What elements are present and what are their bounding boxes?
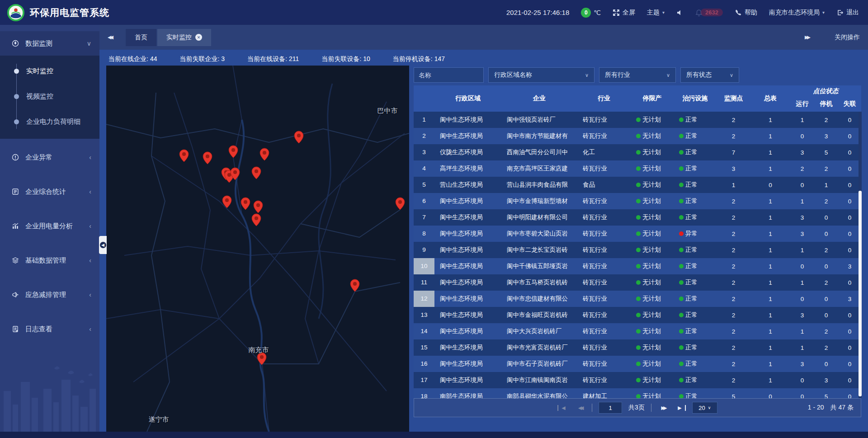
map-pin-icon[interactable] [230, 167, 240, 180]
table-row[interactable]: 10 阆中生态环境局 阆中千佛镇五郎垭页岩 砖瓦行业 无计划 正常 2 1 0 … [414, 258, 861, 274]
map-pin-icon[interactable] [251, 166, 261, 179]
cell-industry: 砖瓦行业 [577, 197, 631, 205]
map-pin-icon[interactable] [251, 213, 261, 226]
sidebar-item-base-data[interactable]: 基础数据管理 ‹ [0, 248, 99, 273]
table-row[interactable]: 13 阆中生态环境局 阆中市金福旺页岩机砖 砖瓦行业 无计划 正常 2 1 3 … [414, 307, 861, 323]
sidebar-item-data-monitor[interactable]: 数据监测 ∨ [0, 31, 99, 56]
close-operations-button[interactable]: 关闭操作 [835, 33, 860, 42]
table-row[interactable]: 18 南部生态环境局 南部县砌华水泥有限公 建材加工 无计划 正常 5 0 0 … [414, 388, 861, 398]
map-pin-icon[interactable] [395, 197, 405, 210]
fullscreen-button[interactable]: 全屏 [613, 9, 635, 17]
table-row[interactable]: 9 阆中生态环境局 阆中市二龙长宝页岩砖 砖瓦行业 无计划 正常 2 1 1 2… [414, 242, 861, 258]
workspace: 当前在线企业:44 当前失联企业:3 当前在线设备:211 当前失联设备:10 … [99, 50, 868, 432]
table-row[interactable]: 4 高坪生态环境局 南充市高坪区王家店建 砖瓦行业 无计划 正常 3 1 2 2… [414, 160, 861, 177]
cell-region: 仪陇生态环境局 [434, 148, 501, 156]
page-number-input[interactable] [599, 402, 622, 414]
cell-monitor-points: 2 [717, 133, 750, 140]
cell-running: 3 [790, 361, 814, 367]
map-pin-icon[interactable] [241, 197, 250, 210]
cell-pollution-facility: 正常 [674, 165, 717, 173]
tab-home[interactable]: 首页 [126, 29, 156, 46]
table-row[interactable]: 7 阆中生态环境局 阆中明阳建材有限公司 砖瓦行业 无计划 正常 2 1 3 0… [414, 209, 861, 226]
tab-close-icon[interactable]: ✕ [195, 34, 202, 41]
sidebar-item-emergency-reduction[interactable]: 应急减排管理 ‹ [0, 283, 99, 307]
logout-button[interactable]: 退出 [836, 9, 859, 17]
bottom-strip [0, 432, 868, 438]
map-pin-icon[interactable] [203, 151, 212, 165]
last-page-button[interactable]: ▶ [675, 405, 686, 411]
map-pin-icon[interactable] [253, 200, 263, 213]
cell-monitor-points: 2 [717, 117, 750, 123]
map-pin-icon[interactable] [259, 148, 269, 161]
page-size-select[interactable]: 20 ∨ [692, 402, 717, 414]
sidebar-collapse-handle[interactable]: ◀ [99, 236, 107, 254]
status-dot-icon [636, 280, 641, 285]
cell-offline: 0 [838, 117, 861, 123]
industry-filter-select[interactable]: 所有行业 ∨ [599, 67, 676, 83]
map-pin-icon[interactable] [228, 145, 238, 158]
chevron-down-icon: ∨ [666, 72, 670, 78]
sidebar-item-realtime-monitor[interactable]: 实时监控 [0, 58, 99, 84]
status-filter-select[interactable]: 所有状态 ∨ [680, 67, 739, 83]
cell-production-limit: 无计划 [631, 344, 674, 352]
prev-page-button[interactable]: ◀◀ [575, 405, 585, 411]
table-row[interactable]: 5 营山生态环境局 营山县润丰肉食品有限 食品 无计划 正常 1 0 0 1 0 [414, 177, 861, 193]
sidebar-item-enterprise-abnormal[interactable]: 企业异常 ‹ [0, 145, 99, 170]
sidebar-item-log-view[interactable]: 日志查看 ‹ [0, 317, 99, 341]
map-pin-icon[interactable] [222, 195, 232, 208]
row-number: 10 [414, 258, 434, 274]
table-row[interactable]: 15 阆中生态环境局 阆中市光富页岩机砖厂 砖瓦行业 无计划 正常 2 1 1 … [414, 339, 861, 356]
pagination-summary: 1 - 20 共 47 条 [808, 404, 854, 412]
tab-realtime-monitor[interactable]: 实时监控 ✕ [157, 29, 211, 46]
first-page-button[interactable]: ◀ [557, 405, 568, 411]
speaker-button[interactable] [676, 9, 684, 16]
notification-bell[interactable]: 2632 [695, 9, 723, 16]
cell-company: 阆中市金博瑞新型墙材 [501, 197, 577, 205]
region-filter-select[interactable]: 行政区域名称 ∨ [488, 67, 594, 83]
sidebar-item-video-monitor[interactable]: 视频监控 [0, 84, 99, 109]
cell-monitor-points: 2 [717, 214, 750, 221]
cell-stopped: 0 [814, 214, 838, 221]
table-row[interactable]: 14 阆中生态环境局 阆中大兴页岩机砖厂 砖瓦行业 无计划 正常 2 1 1 2… [414, 323, 861, 339]
cell-company: 阆中市石子页岩机砖厂 [501, 360, 577, 368]
map-canvas[interactable]: 巴中市南充市遂宁市 [106, 66, 409, 432]
table-row[interactable]: 17 阆中生态环境局 阆中市江南镇阆南页岩 砖瓦行业 无计划 正常 2 1 0 … [414, 372, 861, 388]
table-row[interactable]: 3 仪陇生态环境局 西南油气田分公司川中 化工 无计划 正常 7 1 3 5 0 [414, 144, 861, 160]
org-dropdown[interactable]: 南充市生态环境局 ▾ [769, 9, 825, 17]
cell-running: 0 [790, 393, 814, 399]
chevron-left-icon: ‹ [89, 325, 91, 333]
cell-production-limit: 无计划 [631, 148, 674, 156]
theme-dropdown[interactable]: 主题 ▾ [647, 9, 665, 17]
table-row[interactable]: 12 阆中生态环境局 阆中市忠信建材有限公 砖瓦行业 无计划 正常 2 1 0 … [414, 291, 861, 307]
map-pin-icon[interactable] [179, 149, 189, 162]
table-row[interactable]: 8 阆中生态环境局 阆中市枣碧大梁山页岩 砖瓦行业 无计划 异常 2 1 3 0… [414, 226, 861, 242]
sidebar-item-power-load-detail[interactable]: 企业电力负荷明细 [0, 109, 99, 134]
cell-monitor-points: 2 [717, 263, 750, 270]
table-row[interactable]: 1 阆中生态环境局 阆中强锐页岩砖厂 砖瓦行业 无计划 正常 2 1 1 2 0 [414, 112, 861, 128]
cell-production-limit: 无计划 [631, 311, 674, 319]
map-pin-icon[interactable] [294, 131, 304, 144]
tabs-scroll-left-button[interactable]: ◀◀ [108, 34, 119, 40]
cell-offline: 0 [838, 344, 861, 351]
table-row[interactable]: 2 阆中生态环境局 阆中市南方节能建材有 砖瓦行业 无计划 正常 2 1 0 3… [414, 128, 861, 144]
row-number: 15 [414, 339, 434, 356]
cell-region: 阆中生态环境局 [434, 116, 501, 124]
tabs-scroll-right-button[interactable]: ▶▶ [805, 34, 816, 40]
status-dot-icon [636, 345, 641, 350]
cell-stopped: 0 [814, 312, 838, 319]
cell-region: 阆中生态环境局 [434, 230, 501, 238]
table-row[interactable]: 6 阆中生态环境局 阆中市金博瑞新型墙材 砖瓦行业 无计划 正常 2 1 1 2… [414, 193, 861, 209]
sidebar-item-power-analysis[interactable]: 企业用电量分析 ‹ [0, 214, 99, 238]
scrollbar-thumb[interactable] [859, 191, 862, 396]
cell-monitor-points: 2 [717, 312, 750, 319]
table-row[interactable]: 16 阆中生态环境局 阆中市石子页岩机砖厂 砖瓦行业 无计划 正常 2 1 3 … [414, 356, 861, 372]
table-row[interactable]: 11 阆中生态环境局 阆中市五马桥页岩机砖 砖瓦行业 无计划 正常 2 1 1 … [414, 274, 861, 291]
help-button[interactable]: 帮助 [735, 9, 757, 17]
cell-offline: 0 [838, 182, 861, 188]
name-filter-input[interactable] [414, 67, 484, 83]
cell-monitor-points: 2 [717, 247, 750, 254]
sidebar-item-enterprise-stats[interactable]: 企业综合统计 ‹ [0, 179, 99, 204]
next-page-button[interactable]: ▶▶ [658, 405, 669, 411]
map-pin-icon[interactable] [350, 279, 360, 292]
status-dot-icon [679, 313, 684, 317]
